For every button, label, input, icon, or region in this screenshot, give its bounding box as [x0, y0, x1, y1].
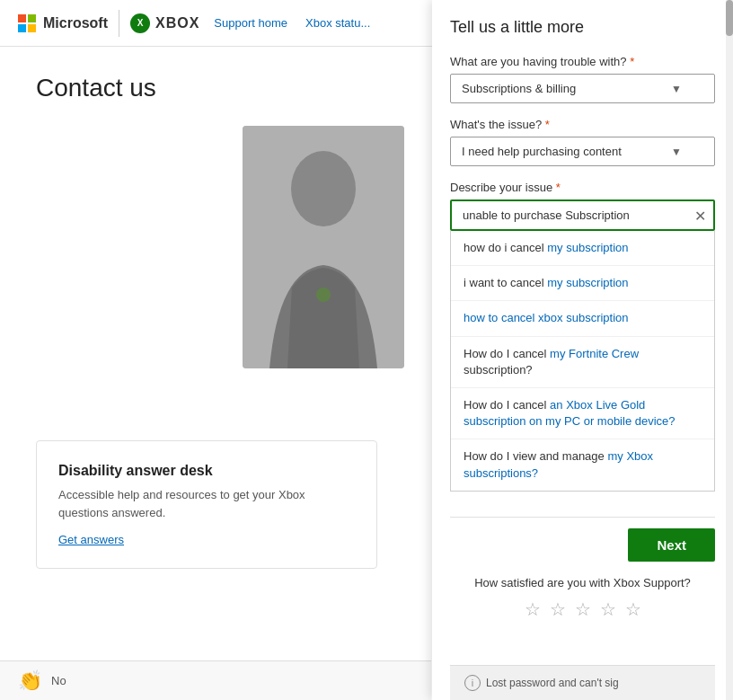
trouble-select[interactable]: Subscriptions & billing ▼	[450, 74, 715, 103]
scrollbar-track	[726, 0, 733, 700]
disability-desc: Accessible help and resources to get you…	[58, 486, 355, 521]
info-icon: i	[464, 675, 481, 691]
microsoft-logo: Microsoft	[18, 14, 108, 32]
issue-value: I need help purchasing content	[462, 145, 622, 158]
trouble-select-wrapper: Subscriptions & billing ▼	[450, 74, 715, 103]
lost-password-text: Lost password and can't sig	[486, 677, 619, 689]
next-button[interactable]: Next	[628, 528, 715, 562]
xbox-circle-icon: X	[130, 13, 150, 33]
suggestion-item[interactable]: how do i cancel my subscription	[451, 231, 714, 266]
suggestion-item[interactable]: How do I view and manage my Xbox subscri…	[451, 439, 714, 490]
star-2[interactable]: ☆	[550, 598, 566, 620]
trouble-value: Subscriptions & billing	[462, 82, 576, 95]
issue-select[interactable]: I need help purchasing content ▼	[450, 137, 715, 166]
satisfaction-label: How satisfied are you with Xbox Support?	[450, 576, 715, 589]
suggestions-list: how do i cancel my subscription i want t…	[450, 231, 715, 492]
xbox-logo: X XBOX	[130, 13, 199, 33]
scrollbar-thumb[interactable]	[726, 0, 733, 36]
disability-title: Disability answer desk	[58, 463, 355, 479]
hand-icon: 👏	[18, 669, 42, 693]
ms-squares-icon	[18, 14, 36, 32]
star-5[interactable]: ☆	[625, 598, 641, 620]
describe-input-wrapper: ✕	[450, 199, 715, 231]
person-image	[243, 126, 404, 368]
suggestion-item[interactable]: How do I cancel an Xbox Live Gold subscr…	[451, 388, 714, 439]
suggestion-item[interactable]: How do I cancel my Fortnite Crew subscri…	[451, 337, 714, 388]
overlay-panel: Tell us a little more What are you havin…	[432, 0, 733, 700]
support-home-link[interactable]: Support home	[214, 16, 287, 30]
disability-card: Disability answer desk Accessible help a…	[36, 440, 377, 569]
issue-select-wrapper: I need help purchasing content ▼	[450, 137, 715, 166]
panel-divider	[450, 517, 715, 518]
lost-password-bar: i Lost password and can't sig	[450, 665, 715, 700]
notif-text: No	[51, 674, 66, 687]
issue-label: What's the issue? *	[450, 118, 715, 131]
xbox-status-link[interactable]: Xbox statu...	[305, 16, 370, 30]
svg-point-2	[316, 288, 331, 302]
suggestion-item[interactable]: i want to cancel my subscription	[451, 266, 714, 301]
get-answers-link[interactable]: Get answers	[58, 533, 124, 546]
describe-label: Describe your issue *	[450, 181, 715, 194]
suggestion-item[interactable]: how to cancel xbox subscription	[451, 301, 714, 336]
star-rating: ☆ ☆ ☆ ☆ ☆	[450, 598, 715, 620]
nav-links: Support home Xbox statu...	[214, 16, 370, 30]
star-3[interactable]: ☆	[575, 598, 591, 620]
chevron-down-icon-2: ▼	[671, 146, 682, 158]
star-4[interactable]: ☆	[600, 598, 616, 620]
nav-divider	[119, 10, 119, 37]
xbox-label: XBOX	[155, 15, 199, 31]
panel-title: Tell us a little more	[450, 18, 715, 37]
star-1[interactable]: ☆	[525, 598, 541, 620]
notif-bar: 👏 No	[0, 660, 431, 700]
microsoft-label: Microsoft	[43, 15, 108, 31]
svg-point-1	[291, 151, 356, 226]
trouble-label: What are you having trouble with? *	[450, 55, 715, 68]
chevron-down-icon: ▼	[671, 83, 682, 95]
clear-icon[interactable]: ✕	[694, 207, 706, 224]
describe-input[interactable]	[450, 199, 715, 231]
